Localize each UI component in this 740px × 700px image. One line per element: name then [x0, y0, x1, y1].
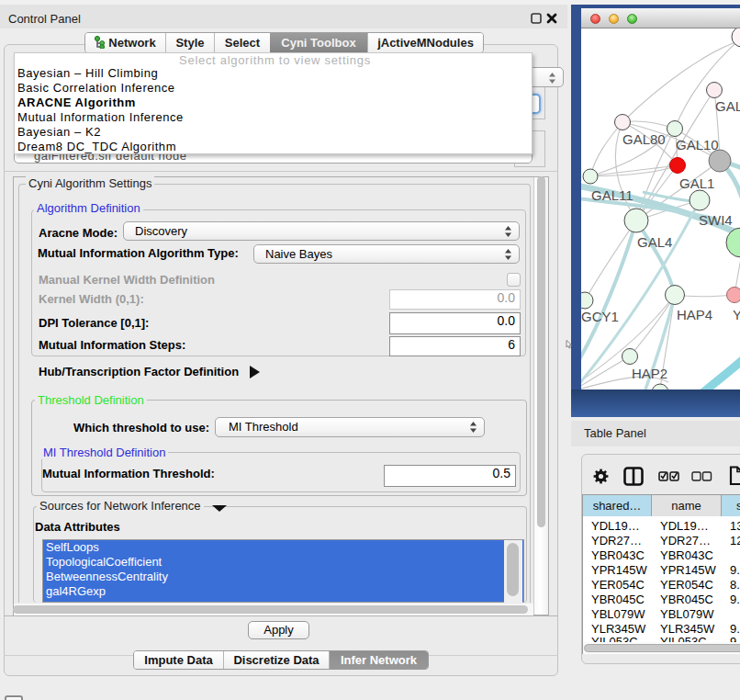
svg-text:GAL10: GAL10 — [676, 137, 719, 152]
svg-text:HAP4: HAP4 — [677, 307, 712, 322]
svg-text:Y: Y — [733, 307, 740, 322]
svg-text:SWI4: SWI4 — [699, 212, 733, 228]
svg-text:GAL1: GAL1 — [679, 175, 714, 191]
svg-text:GAL4: GAL4 — [637, 234, 672, 250]
svg-text:HAP2: HAP2 — [632, 366, 667, 381]
svg-text:GAL80: GAL80 — [622, 131, 666, 147]
svg-text:GAL7: GAL7 — [715, 98, 740, 114]
svg-text:GCY1: GCY1 — [581, 309, 619, 324]
svg-text:GAL11: GAL11 — [591, 187, 633, 203]
